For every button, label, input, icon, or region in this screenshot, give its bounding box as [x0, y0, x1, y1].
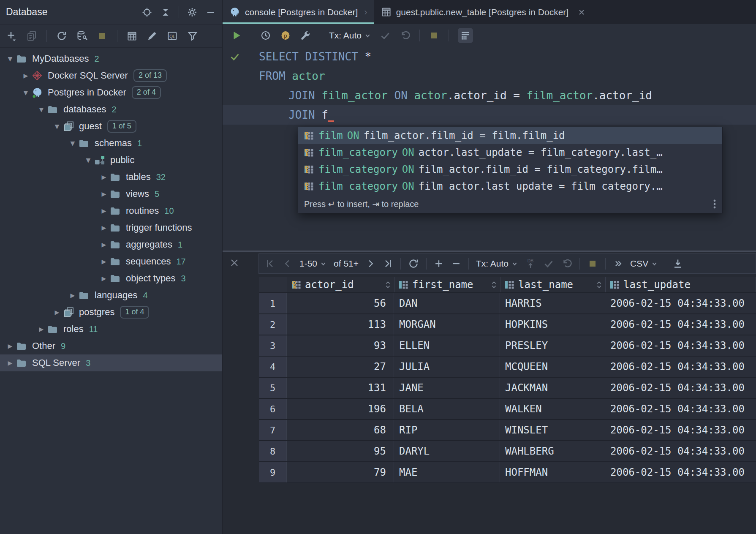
chevron-expanded-icon[interactable]: ▼	[51, 123, 63, 130]
tree-item-object-types[interactable]: ▶object types3	[0, 270, 222, 287]
sql-line[interactable]: FROM actor	[223, 66, 756, 86]
cell-last-update[interactable]: 2006-02-15 04:34:33.00	[605, 335, 756, 356]
tx-mode-dropdown[interactable]: Tx: Auto	[329, 30, 371, 41]
cell-first-name[interactable]: DAN	[394, 293, 500, 313]
cell-first-name[interactable]: MAE	[394, 462, 500, 482]
rollback-icon[interactable]	[561, 258, 572, 269]
cell-last-update[interactable]: 2006-02-15 04:34:33.00	[605, 378, 756, 398]
cell-actor-id[interactable]: 113	[287, 314, 394, 335]
settings-icon[interactable]	[187, 7, 198, 18]
plan-icon[interactable]: p	[280, 30, 291, 41]
cell-last-update[interactable]: 2006-02-15 04:34:33.00	[605, 357, 756, 377]
stop-icon[interactable]	[429, 30, 440, 41]
column-header-last-name[interactable]: last_name	[500, 277, 606, 292]
cell-actor-id[interactable]: 196	[287, 399, 394, 419]
column-header-actor-id[interactable]: actor_id	[287, 277, 394, 292]
collapse-all-icon[interactable]	[160, 7, 171, 18]
refresh-icon[interactable]	[408, 258, 419, 269]
sql-editor[interactable]: SELECT DISTINCT *FROM actorJOIN film_act…	[223, 47, 756, 251]
page-range-dropdown[interactable]: 1-50	[299, 259, 326, 269]
cell-last-update[interactable]: 2006-02-15 04:34:33.00	[605, 314, 756, 335]
tree-item-postgres[interactable]: ▶postgres1 of 4	[0, 304, 222, 321]
cell-last-name[interactable]: PRESLEY	[500, 335, 605, 356]
sort-arrows-icon[interactable]	[596, 281, 602, 289]
tree-item-languages[interactable]: ▶languages4	[0, 287, 222, 304]
add-row-icon[interactable]	[434, 259, 444, 269]
sql-line[interactable]: JOIN film_actor ON actor.actor_id = film…	[223, 86, 756, 105]
stop-icon[interactable]	[587, 258, 598, 269]
cell-last-update[interactable]: 2006-02-15 04:34:33.00	[605, 420, 756, 440]
tree-item-postgres-in-docker[interactable]: ▼Postgres in Docker2 of 4	[0, 84, 222, 101]
cell-actor-id[interactable]: 56	[287, 293, 394, 313]
chevron-expanded-icon[interactable]: ▼	[67, 140, 79, 147]
cell-actor-id[interactable]: 79	[287, 462, 394, 482]
chevron-collapsed-icon[interactable]: ▶	[51, 309, 63, 316]
cell-last-name[interactable]: MCQUEEN	[500, 357, 605, 377]
cell-actor-id[interactable]: 131	[287, 378, 394, 398]
row-number[interactable]: 3	[259, 335, 287, 356]
tree-item-databases[interactable]: ▼databases2	[0, 101, 222, 118]
tree-item-docker-sql-server[interactable]: ▶Docker SQL Server2 of 13	[0, 67, 222, 84]
chevron-collapsed-icon[interactable]: ▶	[98, 207, 110, 214]
run-icon[interactable]	[231, 30, 242, 41]
stop-icon[interactable]	[97, 30, 108, 41]
cell-first-name[interactable]: RIP	[394, 420, 500, 440]
cell-last-name[interactable]: WINSLET	[500, 420, 605, 440]
remove-row-icon[interactable]	[451, 259, 461, 269]
tree-item-public[interactable]: ▼public	[0, 152, 222, 169]
sql-line[interactable]: SELECT DISTINCT *	[223, 47, 756, 66]
tree-item-routines[interactable]: ▶routines10	[0, 202, 222, 219]
chevron-collapsed-icon[interactable]: ▶	[20, 72, 32, 79]
next-page-icon[interactable]	[366, 259, 376, 269]
cell-last-name[interactable]: HOFFMAN	[500, 462, 605, 482]
chevron-collapsed-icon[interactable]: ▶	[98, 224, 110, 231]
cell-actor-id[interactable]: 95	[287, 441, 394, 461]
chevron-collapsed-icon[interactable]: ▶	[98, 275, 110, 282]
db-submit-icon[interactable]: DB	[525, 258, 536, 269]
cell-last-update[interactable]: 2006-02-15 04:34:33.00	[605, 441, 756, 461]
completion-item-film[interactable]: film ON film_actor.film_id = film.film_i…	[298, 127, 722, 144]
output-layout-button[interactable]	[458, 28, 473, 43]
output-layout-icon[interactable]	[460, 30, 471, 41]
row-number[interactable]: 8	[259, 441, 287, 461]
chevron-collapsed-icon[interactable]: ▶	[98, 174, 110, 180]
last-page-icon[interactable]	[383, 259, 393, 269]
cell-last-name[interactable]: JACKMAN	[500, 378, 605, 398]
cell-last-update[interactable]: 2006-02-15 04:34:33.00	[605, 293, 756, 313]
chevron-collapsed-icon[interactable]: ▶	[67, 292, 79, 299]
rollback-icon[interactable]	[400, 30, 411, 41]
locate-icon[interactable]	[141, 7, 152, 18]
column-header-first-name[interactable]: first_name	[394, 277, 500, 292]
row-number[interactable]: 2	[259, 314, 287, 335]
chevron-expanded-icon[interactable]: ▼	[35, 106, 47, 113]
row-number[interactable]: 5	[259, 378, 287, 398]
completion-item-film-category[interactable]: film_category ON actor.last_update = fil…	[298, 144, 722, 161]
row-number[interactable]: 1	[259, 293, 287, 313]
datasource-tools-icon[interactable]	[76, 30, 87, 41]
first-page-icon[interactable]	[265, 259, 275, 269]
row-number[interactable]: 7	[259, 420, 287, 440]
cell-actor-id[interactable]: 93	[287, 335, 394, 356]
more-options-icon[interactable]	[713, 199, 716, 210]
tab-close-icon[interactable]	[577, 8, 586, 16]
sql-line[interactable]: JOIN f	[223, 105, 756, 125]
tree-item-schemas[interactable]: ▼schemas1	[0, 135, 222, 152]
commit-icon[interactable]	[543, 258, 554, 269]
tree-item-aggregates[interactable]: ▶aggregates1	[0, 236, 222, 253]
tab-guest-public-new-table-postgres-in-docker[interactable]: guest.public.new_table [Postgres in Dock…	[374, 0, 593, 24]
column-header-last-update[interactable]: last_update	[606, 277, 756, 292]
chevron-collapsed-icon[interactable]: ▶	[98, 241, 110, 248]
tab-console-postgres-in-docker[interactable]: console [Postgres in Docker]›	[223, 0, 374, 24]
download-icon[interactable]	[672, 258, 683, 269]
cell-first-name[interactable]: ELLEN	[394, 335, 500, 356]
tree-item-other[interactable]: ▶Other9	[0, 338, 222, 354]
cell-last-name[interactable]: HARRIS	[500, 293, 605, 313]
tree-item-sql-server[interactable]: ▶SQL Server3	[0, 354, 222, 371]
cell-last-name[interactable]: HOPKINS	[500, 314, 605, 335]
chevron-expanded-icon[interactable]: ▼	[20, 89, 32, 96]
table-icon[interactable]	[127, 31, 137, 41]
sort-arrows-icon[interactable]	[491, 281, 497, 289]
cell-actor-id[interactable]: 27	[287, 357, 394, 377]
cell-first-name[interactable]: JANE	[394, 378, 500, 398]
tree-item-views[interactable]: ▶views5	[0, 185, 222, 202]
